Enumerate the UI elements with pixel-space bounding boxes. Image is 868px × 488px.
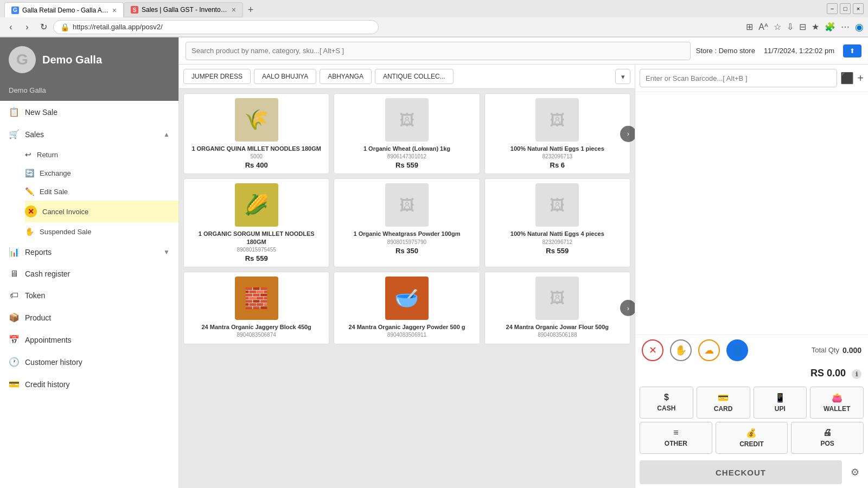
sidebar-item-appointments[interactable]: 📅 Appointments [0,329,178,351]
category-more-button[interactable]: ▾ [615,69,630,84]
product-card[interactable]: 🖼 24 Mantra Organic Jowar Flour 500g 890… [484,272,630,344]
barcode-scan-icon[interactable]: ⬛ [840,72,854,85]
hold-button[interactable]: ✋ [670,339,692,361]
new-sale-icon: 📋 [9,107,20,117]
tab-close-1[interactable]: × [112,7,117,14]
sidebar-item-exchange[interactable]: 🔄 Exchange [25,164,178,182]
datetime-display: 11/7/2024, 1:22:02 pm [764,47,834,55]
close-button[interactable]: × [853,3,864,14]
product-card[interactable]: 🖼 1 Organic Wheatgrass Powder 100gm 8908… [334,178,480,267]
split-icon[interactable]: ⊟ [799,22,806,32]
product-image: 🖼 [385,183,429,227]
address-bar[interactable]: 🔒 https://retail.galla.app/posv2/ [53,20,379,34]
other-payment-button[interactable]: ≡ OTHER [640,422,712,454]
credit-payment-button[interactable]: 💰 CREDIT [716,422,788,454]
sidebar-item-new-sale[interactable]: 📋 New Sale [0,101,178,123]
favorites-icon[interactable]: ☆ [774,22,781,32]
cash-payment-button[interactable]: $ CASH [640,387,693,419]
next-page-button-2[interactable]: › [620,300,635,316]
product-card[interactable]: 🖼 100% Natural Natti Eggs 1 pieces 82320… [484,93,630,174]
cat-tab-jumper-dress[interactable]: JUMPER DRESS [183,69,251,84]
reader-icon[interactable]: Aᴬ [758,22,768,32]
extension-icon[interactable]: 🧩 [825,22,835,32]
customer-history-icon: 🕐 [9,357,20,367]
sidebar-item-customer-history[interactable]: 🕐 Customer history [0,351,178,373]
checkout-button[interactable]: CHECKOUT [640,460,842,484]
product-name: 1 Organic Wheat (Lokwan) 1kg [363,145,450,152]
total-amount-display: RS 0.00 ℹ [635,365,868,384]
active-tab[interactable]: G Galla Retail Demo - Galla App × [4,2,124,17]
sidebar-item-cancel-invoice[interactable]: ✕ Cancel Invoice [25,201,178,222]
product-card[interactable]: 🖼 1 Organic Wheat (Lokwan) 1kg 890614730… [334,93,480,174]
product-name: 1 ORGANIC QUINA MILLET NOODLES 180GM [192,145,321,152]
product-card[interactable]: 🖼 100% Natural Natti Eggs 4 pieces 82320… [484,178,630,267]
sidebar-item-suspended-sale[interactable]: ✋ Suspended Sale [25,222,178,241]
customer-button[interactable]: 👤 [726,339,748,361]
product-name: 24 Mantra Organic Jaggery Powder 500 g [348,323,465,331]
clear-cart-button[interactable]: ✕ [642,339,663,361]
barcode-input[interactable] [640,69,837,87]
pos-payment-button[interactable]: 🖨 POS [791,422,864,454]
sidebar-item-edit-sale[interactable]: ✏️ Edit Sale [25,182,178,201]
maximize-button[interactable]: □ [840,3,851,14]
settings-icon[interactable]: ⚙ [846,462,864,483]
download-icon[interactable]: ⇩ [787,22,794,32]
wallet-payment-button[interactable]: 👛 WALLET [810,387,864,419]
upload-icon: ⬆ [850,47,855,55]
new-sale-label: New Sale [25,108,170,117]
return-label: Return [37,151,58,159]
tab-title-2: Sales | Galla GST - Inventory Soft... [142,6,228,14]
upi-label: UPI [775,405,786,413]
sidebar-item-cash-register[interactable]: 🖥 Cash register [0,263,178,285]
product-name: 100% Natural Natti Eggs 4 pieces [510,230,604,237]
product-icon: 📦 [9,312,20,323]
edit-sale-label: Edit Sale [40,188,68,196]
product-card[interactable]: 🌽 1 ORGANIC SORGUM MILLET NOODLES 180GM … [183,178,329,267]
info-icon[interactable]: ℹ [852,369,861,379]
cart-action-row: ✕ ✋ ☁ 👤 Total Qty 0.000 [635,335,868,365]
inactive-tab[interactable]: S Sales | Galla GST - Inventory Soft... … [124,2,243,17]
reload-button[interactable]: ↻ [37,21,50,34]
upload-button[interactable]: ⬆ [843,44,861,57]
forward-button[interactable]: › [21,21,34,34]
product-image: 🖼 [535,183,579,227]
bookmark-icon[interactable]: ★ [812,22,819,32]
credit-icon: 💰 [746,428,757,438]
product-card[interactable]: 🌾 1 ORGANIC QUINA MILLET NOODLES 180GM 5… [183,93,329,174]
cat-tab-abhyanga[interactable]: ABHYANGA [320,69,372,84]
upi-icon: 📱 [775,393,786,403]
edge-icon[interactable]: ◉ [855,21,864,33]
edit-sale-icon: ✏️ [25,187,34,196]
sidebar-item-credit-history[interactable]: 💳 Credit history [0,373,178,395]
sidebar-item-token[interactable]: 🏷 Token [0,285,178,306]
sidebar-item-product[interactable]: 📦 Product [0,306,178,329]
barcode-add-icon[interactable]: + [857,72,864,85]
tab-search-icon[interactable]: ⊞ [746,22,753,32]
suspended-sale-label: Suspended Sale [40,228,91,236]
sidebar-item-reports[interactable]: 📊 Reports ▼ [0,241,178,263]
sales-submenu: ↩ Return 🔄 Exchange ✏️ Edit Sale ✕ Cance… [0,145,178,241]
profile-icon[interactable]: ⋯ [841,22,850,32]
product-card[interactable]: 🧱 24 Mantra Organic Jaggery Block 450g 8… [183,272,329,344]
next-page-button[interactable]: › [620,126,635,142]
product-sku: 8904083506911 [387,332,426,338]
sidebar-item-return[interactable]: ↩ Return [25,145,178,164]
discount-button[interactable]: ☁ [698,339,720,361]
card-payment-button[interactable]: 💳 CARD [697,387,750,419]
wallet-label: WALLET [824,405,850,413]
credit-history-icon: 💳 [9,379,20,389]
upi-payment-button[interactable]: 📱 UPI [754,387,807,419]
cat-tab-antique[interactable]: ANTIQUE COLLEC... [375,69,454,84]
sidebar-header: G Demo Galla [0,37,178,82]
new-tab-button[interactable]: + [243,2,258,17]
minimize-button[interactable]: − [827,3,838,14]
product-search-input[interactable] [186,42,691,60]
sidebar-item-sales[interactable]: 🛒 Sales ▲ [0,123,178,145]
back-button[interactable]: ‹ [4,21,17,34]
product-price: Rs 350 [395,247,418,255]
tab-close-2[interactable]: × [232,6,236,14]
product-card[interactable]: 🥣 24 Mantra Organic Jaggery Powder 500 g… [334,272,480,344]
cat-tab-aalo-bhujiya[interactable]: AALO BHUJIYA [254,69,316,84]
product-image: 🌾 [235,98,278,142]
sidebar-username: Demo Galla [0,82,178,101]
